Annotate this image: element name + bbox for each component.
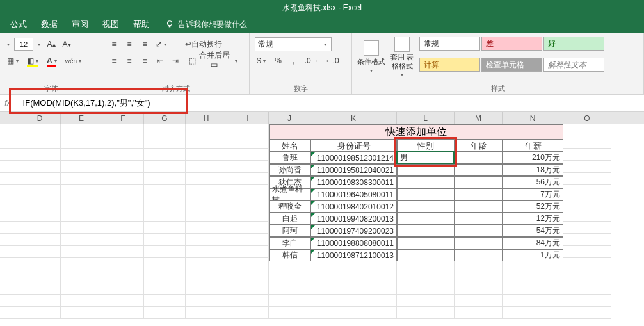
cell[interactable] <box>563 185 611 197</box>
cell[interactable] <box>102 136 144 149</box>
cell[interactable] <box>310 282 397 295</box>
cell[interactable] <box>563 173 611 185</box>
table-name-5[interactable]: 白起 <box>269 213 310 225</box>
table-age-8[interactable] <box>455 249 503 261</box>
cell[interactable] <box>310 307 397 319</box>
cell[interactable] <box>186 222 227 234</box>
table-gender-5[interactable] <box>397 213 455 225</box>
tab-公式[interactable]: 公式 <box>4 16 33 33</box>
table-id-3[interactable]: 110000196405080011 <box>310 188 397 200</box>
cell[interactable] <box>563 161 611 173</box>
cell[interactable] <box>186 124 227 136</box>
cell[interactable] <box>269 282 310 295</box>
cell[interactable] <box>227 124 269 136</box>
cell[interactable] <box>455 295 503 307</box>
cell[interactable] <box>227 258 269 270</box>
formula-input[interactable] <box>15 97 182 110</box>
cell[interactable] <box>19 173 61 185</box>
cell[interactable] <box>102 282 144 295</box>
cell[interactable] <box>310 270 397 282</box>
cell[interactable] <box>144 161 186 173</box>
cell[interactable] <box>102 307 144 319</box>
table-name-6[interactable]: 阿珂 <box>269 225 310 237</box>
table-salary-1[interactable]: 18万元 <box>503 164 563 176</box>
table-title[interactable]: 快速添加单位 <box>269 124 563 140</box>
cell[interactable] <box>227 209 269 222</box>
table-salary-5[interactable]: 12万元 <box>503 213 563 225</box>
tell-me[interactable]: 告诉我你想要做什么 <box>165 19 247 30</box>
cell[interactable] <box>144 197 186 209</box>
cell[interactable] <box>144 295 186 307</box>
cell[interactable] <box>227 270 269 282</box>
cell[interactable] <box>563 282 611 295</box>
cell[interactable] <box>102 197 144 209</box>
cell[interactable] <box>102 270 144 282</box>
cell[interactable] <box>19 209 61 222</box>
table-header-1[interactable]: 身份证号 <box>310 140 397 152</box>
decrease-decimal-button[interactable]: ←.0 <box>323 54 341 68</box>
cell[interactable] <box>503 270 563 282</box>
table-header-0[interactable]: 姓名 <box>269 140 310 152</box>
decrease-font-button[interactable]: A▾ <box>60 37 73 51</box>
style-check[interactable]: 检查单元格 <box>481 58 542 72</box>
cell[interactable] <box>455 282 503 295</box>
table-id-6[interactable]: 110000197409200023 <box>310 225 397 237</box>
cell[interactable] <box>61 149 102 161</box>
table-gender-8[interactable] <box>397 249 455 261</box>
fx-icon[interactable]: fx <box>0 99 15 108</box>
table-age-6[interactable] <box>455 225 503 237</box>
table-id-7[interactable]: 110000198808080011 <box>310 237 397 249</box>
cell[interactable] <box>186 282 227 295</box>
style-normal[interactable]: 常规 <box>419 37 480 51</box>
cell[interactable] <box>563 307 611 319</box>
table-id-0[interactable]: 110000198512301214 <box>310 152 397 164</box>
cell[interactable] <box>144 222 186 234</box>
cell[interactable] <box>563 222 611 234</box>
cell[interactable] <box>102 258 144 270</box>
cell[interactable] <box>269 295 310 307</box>
cell[interactable] <box>186 149 227 161</box>
table-id-1[interactable]: 110000195812040021 <box>310 164 397 176</box>
cell[interactable] <box>61 136 102 149</box>
cell[interactable] <box>503 295 563 307</box>
cell[interactable] <box>503 307 563 319</box>
cell[interactable] <box>61 295 102 307</box>
cell[interactable] <box>144 246 186 258</box>
colhdr-N[interactable]: N <box>503 112 563 124</box>
cell[interactable] <box>19 161 61 173</box>
table-header-2[interactable]: 性别 <box>397 140 455 152</box>
table-gender-3[interactable] <box>397 188 455 200</box>
table-gender-7[interactable] <box>397 237 455 249</box>
percent-format-button[interactable]: % <box>272 54 285 68</box>
table-salary-6[interactable]: 54万元 <box>503 225 563 237</box>
table-age-7[interactable] <box>455 237 503 249</box>
cell[interactable] <box>186 307 227 319</box>
increase-font-button[interactable]: A▴ <box>45 37 58 51</box>
cell[interactable] <box>310 295 397 307</box>
cell[interactable] <box>227 234 269 246</box>
cell[interactable] <box>144 173 186 185</box>
font-color-button[interactable]: A ▾ <box>45 54 61 68</box>
table-id-4[interactable]: 110000198402010012 <box>310 200 397 213</box>
table-format-button[interactable]: 套用 表格格式 ▾ <box>388 36 416 78</box>
align-bottom-button[interactable]: ≡ <box>138 37 151 51</box>
cell[interactable] <box>186 258 227 270</box>
cell[interactable] <box>186 295 227 307</box>
cell[interactable] <box>563 258 611 270</box>
cell[interactable] <box>563 136 611 149</box>
font-dropdown-icon[interactable]: ▾ <box>5 42 12 47</box>
table-id-8[interactable]: 110000198712100013 <box>310 249 397 261</box>
cell[interactable] <box>227 149 269 161</box>
table-gender-4[interactable] <box>397 200 455 213</box>
table-salary-8[interactable]: 1万元 <box>503 249 563 261</box>
cell[interactable] <box>503 282 563 295</box>
cell[interactable] <box>61 234 102 246</box>
cell[interactable] <box>144 149 186 161</box>
table-header-4[interactable]: 年薪 <box>503 140 563 152</box>
increase-indent-button[interactable]: ⇥ <box>169 54 182 68</box>
cell[interactable] <box>19 295 61 307</box>
table-salary-2[interactable]: 56万元 <box>503 176 563 188</box>
cell[interactable] <box>61 197 102 209</box>
style-bad[interactable]: 差 <box>481 37 542 51</box>
increase-decimal-button[interactable]: .0→ <box>303 54 321 68</box>
